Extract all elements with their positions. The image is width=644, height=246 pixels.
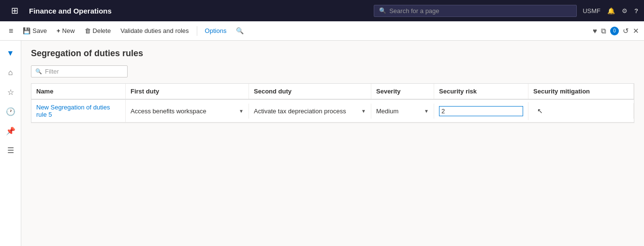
row-name-link[interactable]: New Segregation of duties rule 5 <box>36 104 110 118</box>
filter-sidebar-icon[interactable]: ▼ <box>2 45 19 62</box>
pin-icon[interactable]: 📌 <box>2 122 19 139</box>
close-icon[interactable]: ✕ <box>633 27 639 35</box>
question-icon[interactable]: ? <box>634 7 638 15</box>
options-button[interactable]: Options <box>201 25 231 36</box>
menu-icon: ≡ <box>9 27 13 35</box>
validate-button[interactable]: Validate duties and roles <box>117 25 192 36</box>
apps-grid-icon[interactable]: ⊞ <box>6 2 23 19</box>
left-sidebar: ▼ ⌂ ☆ 🕐 📌 ☰ <box>0 41 21 246</box>
bell-icon[interactable]: 🔔 <box>607 7 615 15</box>
gear-icon[interactable]: ⚙ <box>622 7 628 15</box>
row-security-mitigation-cell[interactable]: ↖ <box>528 103 634 119</box>
delete-button[interactable]: 🗑 Delete <box>81 25 115 36</box>
row-second-duty-value: Activate tax depreciation process <box>254 108 346 115</box>
menu-toggle-button[interactable]: ≡ <box>5 25 17 37</box>
delete-label: Delete <box>93 27 111 34</box>
toolbar-search-button[interactable]: 🔍 <box>232 25 248 36</box>
col-first-duty-header: First duty <box>126 84 249 99</box>
filter-input[interactable] <box>45 68 123 75</box>
toolbar-search-icon: 🔍 <box>236 27 244 34</box>
list-icon[interactable]: ☰ <box>2 141 19 159</box>
refresh-icon[interactable]: ↺ <box>623 27 629 35</box>
copy-icon[interactable]: ⧉ <box>601 27 606 35</box>
cursor-indicator: ↖ <box>537 107 543 115</box>
col-security-mitigation-header: Security mitigation <box>528 84 634 99</box>
duties-table: Name First duty Second duty Severity Sec… <box>31 83 634 123</box>
row-second-duty-cell[interactable]: Activate tax depreciation process ▼ <box>249 104 371 119</box>
row-name-cell: New Segregation of duties rule 5 <box>31 100 126 122</box>
filter-search-icon: 🔍 <box>35 68 42 75</box>
badge-icon[interactable]: 0 <box>610 27 619 35</box>
top-navigation: ⊞ Finance and Operations 🔍 USMF 🔔 ⚙ ? <box>0 0 644 21</box>
user-label: USMF <box>583 7 600 15</box>
search-input[interactable] <box>389 7 571 15</box>
save-icon: 💾 <box>23 27 30 34</box>
first-duty-chevron-icon[interactable]: ▼ <box>239 108 244 114</box>
table-row: New Segregation of duties rule 5 Access … <box>31 100 634 123</box>
col-second-duty-header: Second duty <box>249 84 371 99</box>
row-first-duty-cell[interactable]: Access benefits workspace ▼ <box>126 104 249 119</box>
delete-icon: 🗑 <box>85 27 91 34</box>
col-name-header: Name <box>31 84 126 99</box>
row-security-risk-cell[interactable] <box>434 102 528 120</box>
row-first-duty-value: Access benefits workspace <box>131 108 206 115</box>
new-button[interactable]: + New <box>53 25 79 36</box>
row-severity-cell[interactable]: Medium ▼ <box>371 104 434 119</box>
table-header: Name First duty Second duty Severity Sec… <box>31 84 634 100</box>
save-button[interactable]: 💾 Save <box>19 25 51 36</box>
search-icon: 🔍 <box>379 7 386 14</box>
second-duty-chevron-icon[interactable]: ▼ <box>361 108 366 114</box>
home-icon[interactable]: ⌂ <box>2 64 19 81</box>
top-nav-right: USMF 🔔 ⚙ ? <box>583 7 638 15</box>
star-icon[interactable]: ☆ <box>2 83 19 101</box>
toolbar-divider <box>197 26 197 36</box>
toolbar-right: ♥ ⧉ 0 ↺ ✕ <box>593 27 639 35</box>
clock-icon[interactable]: 🕐 <box>2 103 19 120</box>
new-label: New <box>62 27 75 34</box>
filter-bar: 🔍 <box>31 65 634 77</box>
global-search[interactable]: 🔍 <box>374 5 577 17</box>
save-label: Save <box>32 27 47 34</box>
filter-input-wrap[interactable]: 🔍 <box>31 65 128 77</box>
severity-chevron-icon[interactable]: ▼ <box>424 108 429 114</box>
favorites-icon[interactable]: ♥ <box>593 27 597 35</box>
main-layout: ▼ ⌂ ☆ 🕐 📌 ☰ Segregation of duties rules … <box>0 41 644 246</box>
row-severity-value: Medium <box>376 108 398 115</box>
toolbar: ≡ 💾 Save + New 🗑 Delete Validate duties … <box>0 21 644 41</box>
main-content: Segregation of duties rules 🔍 Name First… <box>21 41 644 246</box>
col-security-risk-header: Security risk <box>434 84 528 99</box>
app-title: Finance and Operations <box>29 7 368 15</box>
page-title: Segregation of duties rules <box>31 48 634 59</box>
col-severity-header: Severity <box>371 84 434 99</box>
validate-label: Validate duties and roles <box>120 27 189 34</box>
security-risk-input[interactable] <box>439 106 523 116</box>
new-icon: + <box>57 27 60 34</box>
